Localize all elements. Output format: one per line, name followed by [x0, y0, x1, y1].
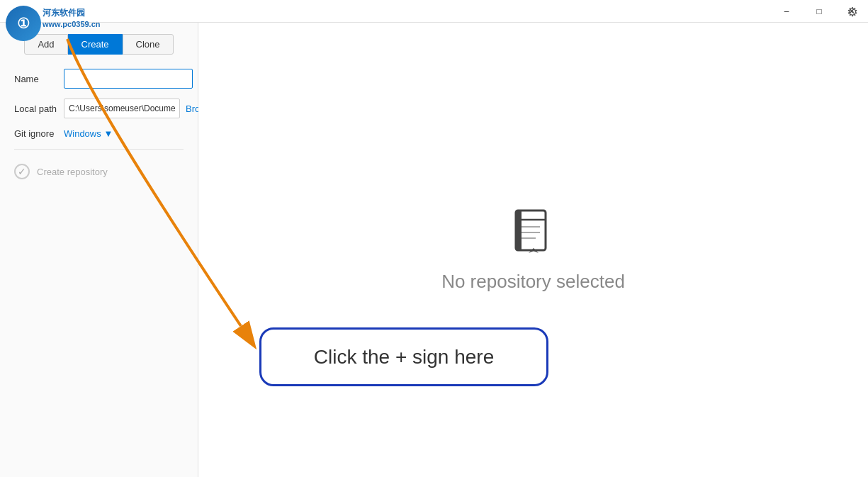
- create-checkmark: ✓: [14, 164, 30, 179]
- form-separator: [14, 149, 184, 150]
- logo-circle: ①: [6, 6, 41, 41]
- minimize-button[interactable]: –: [770, 0, 803, 23]
- svg-rect-1: [516, 211, 522, 250]
- git-ignore-dropdown[interactable]: Windows ▼: [64, 128, 113, 139]
- right-panel: No repository selected: [198, 23, 868, 477]
- local-path-input[interactable]: [64, 99, 180, 118]
- name-label: Name: [14, 74, 64, 84]
- settings-icon[interactable]: ⚙: [847, 4, 858, 20]
- logo-text-area: 河东软件园 www.pc0359.cn: [43, 7, 101, 30]
- content-area: Add Create Clone Name Local path Browse …: [0, 23, 868, 477]
- logo-watermark: ① 河东软件园 www.pc0359.cn: [6, 6, 69, 45]
- left-panel: Add Create Clone Name Local path Browse …: [0, 23, 198, 477]
- local-path-row: Local path Browse: [14, 99, 184, 118]
- create-repo-label: Create repository: [37, 167, 108, 177]
- form-area: Name Local path Browse Git ignore Window…: [0, 69, 198, 179]
- tab-clone[interactable]: Clone: [123, 34, 174, 55]
- create-btn-area: ✓ Create repository: [14, 164, 184, 179]
- local-path-label: Local path: [14, 103, 64, 114]
- tab-create[interactable]: Create: [68, 34, 123, 55]
- git-ignore-row: Git ignore Windows ▼: [14, 128, 184, 139]
- name-row: Name: [14, 69, 184, 89]
- main-window: – □ ✕ Add Create Clone Name Local path: [0, 0, 868, 477]
- logo-site-url: www.pc0359.cn: [43, 19, 101, 30]
- logo-site-name: 河东软件园: [43, 7, 101, 19]
- maximize-button[interactable]: □: [803, 0, 835, 23]
- name-input[interactable]: [64, 69, 193, 89]
- no-repo-text: No repository selected: [441, 271, 625, 293]
- title-bar: – □ ✕: [0, 0, 868, 23]
- git-ignore-label: Git ignore: [14, 128, 64, 139]
- repo-icon: [509, 207, 558, 259]
